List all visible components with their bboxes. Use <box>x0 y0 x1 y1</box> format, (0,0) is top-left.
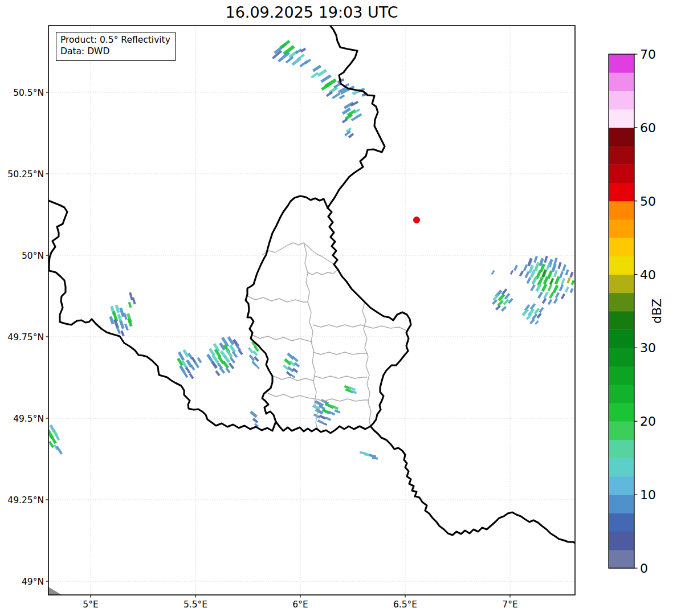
colorbar-segment <box>609 329 634 348</box>
echo-stroke <box>189 373 194 379</box>
colorbar-segment <box>609 495 634 513</box>
echo-stroke <box>372 456 378 460</box>
internal-border-path <box>313 352 368 354</box>
colorbar-tick-label: 60 <box>640 121 656 135</box>
colorbar-segment <box>609 183 634 202</box>
echo-stroke <box>523 264 528 272</box>
echo-stroke <box>317 69 327 77</box>
echo-stroke <box>559 284 564 292</box>
colorbar-segment <box>609 366 634 385</box>
echo-stroke <box>286 371 292 376</box>
internal-border-path <box>252 335 312 342</box>
echo-stroke <box>526 277 531 284</box>
colorbar-segment <box>609 293 634 312</box>
echo-stroke <box>491 270 495 275</box>
echo-stroke <box>562 264 566 272</box>
country-border-path <box>48 201 276 431</box>
echo-stroke <box>248 347 254 354</box>
internal-border-path <box>262 243 338 270</box>
y-tick-label: 50.5°N <box>13 88 44 98</box>
echo-stroke <box>501 306 507 312</box>
echo-stroke <box>508 298 513 304</box>
echo-stroke <box>495 305 501 311</box>
colorbar-segment <box>609 421 634 440</box>
colorbar-axis-label: dBZ <box>650 299 664 324</box>
echo-stroke <box>510 270 513 275</box>
internal-border-path <box>313 325 406 331</box>
echo-stroke <box>109 316 114 325</box>
echo-stroke <box>332 92 341 99</box>
country-border-path <box>370 426 576 543</box>
axis-ticks <box>46 92 511 598</box>
echo-stroke <box>182 349 189 358</box>
colorbar-segment <box>609 532 634 550</box>
echo-stroke <box>250 411 258 418</box>
echo-stroke <box>530 284 536 291</box>
echo-stroke <box>351 390 357 394</box>
echo-stroke <box>116 327 121 334</box>
echo-stroke <box>120 331 124 337</box>
echo-stroke <box>325 417 332 421</box>
colorbar-segment <box>609 311 634 330</box>
echo-stroke <box>534 308 540 315</box>
colorbar-segment <box>609 458 634 477</box>
colorbar-segment <box>609 146 634 165</box>
echo-stroke <box>565 287 569 293</box>
colorbar-segment <box>609 476 634 495</box>
colorbar-segment <box>609 91 634 109</box>
echo-stroke <box>252 418 258 423</box>
colorbar-segment <box>609 513 634 532</box>
no-data-wedge <box>48 587 63 595</box>
echo-stroke <box>543 292 548 299</box>
y-tick-label: 49.5°N <box>13 414 44 424</box>
echo-stroke <box>254 356 259 362</box>
echo-stroke <box>570 288 574 293</box>
echo-stroke <box>557 262 561 270</box>
colorbar-segment <box>609 348 634 366</box>
echo-stroke <box>115 305 120 313</box>
echo-stroke <box>55 435 60 441</box>
echo-stroke <box>229 362 235 369</box>
echo-stroke <box>312 65 321 72</box>
echo-stroke <box>356 113 362 118</box>
echo-stroke <box>549 278 554 285</box>
echo-stroke <box>553 298 558 304</box>
echo-stroke <box>339 95 345 100</box>
radar-echoes <box>46 40 574 460</box>
colorbar-segment <box>609 72 634 91</box>
echo-stroke <box>548 299 553 305</box>
colorbar-segment <box>609 385 634 403</box>
echo-stroke <box>225 368 230 373</box>
echo-stroke <box>553 285 559 293</box>
colorbar: 010203040506070dBZ <box>609 47 664 576</box>
echo-stroke <box>119 321 124 329</box>
data-source-line: Data: DWD <box>60 46 170 57</box>
colorbar-segment <box>609 109 634 128</box>
echo-stroke <box>335 409 341 414</box>
colorbar-segment <box>609 219 634 238</box>
echo-stroke <box>197 357 202 364</box>
product-info-box: Product: 0.5° Reflectivity Data: DWD <box>56 32 176 61</box>
colorbar-segment <box>609 164 634 183</box>
echo-stroke <box>535 284 541 292</box>
radar-map-canvas: 5°E5.5°E6°E6.5°E7°E50.5°N50.25°N50°N49.7… <box>0 0 685 616</box>
echo-stroke <box>537 292 543 299</box>
colorbar-tick-label: 20 <box>640 414 656 429</box>
x-tick-label: 5.5°E <box>184 599 207 610</box>
echo-stroke <box>184 372 189 378</box>
echo-stroke <box>127 319 132 327</box>
internal-border-path <box>315 376 367 378</box>
axis-tick-labels: 5°E5.5°E6°E6.5°E7°E50.5°N50.25°N50°N49.7… <box>7 88 517 610</box>
echo-stroke <box>348 133 354 138</box>
echo-stroke <box>319 415 327 420</box>
echo-stroke <box>206 354 213 362</box>
echo-stroke <box>525 271 530 279</box>
echo-stroke <box>569 272 573 278</box>
echo-stroke <box>291 374 295 378</box>
x-tick-label: 6°E <box>292 599 308 610</box>
colorbar-segment <box>609 128 634 146</box>
product-line: Product: 0.5° Reflectivity <box>60 34 170 46</box>
echo-stroke <box>571 280 575 285</box>
internal-border-path <box>362 302 371 426</box>
colorbar-tick-label: 30 <box>640 341 656 355</box>
